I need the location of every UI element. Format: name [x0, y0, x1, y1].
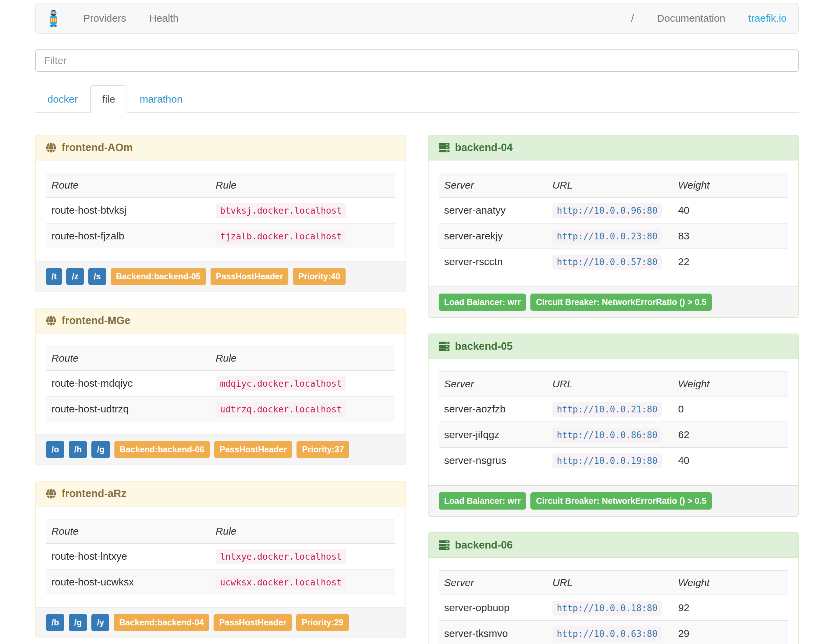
- server-url-cell: http://10.0.0.21:80: [547, 396, 673, 422]
- frontend-title: frontend-AOm: [61, 142, 133, 154]
- table-header-row: ServerURLWeight: [439, 372, 788, 396]
- tab-docker[interactable]: docker: [35, 85, 90, 113]
- server-icon: [439, 540, 449, 550]
- card-footer: Load Balancer: wrrCircuit Breaker: Netwo…: [428, 485, 798, 516]
- server-weight: 62: [672, 422, 788, 448]
- route-rule: lntxye.docker.localhost: [216, 549, 346, 564]
- card-footer: /b/g/yBackend:backend-04PassHostHeaderPr…: [36, 607, 406, 638]
- route-rule-cell: btvksj.docker.localhost: [210, 197, 395, 223]
- route-rule: ucwksx.docker.localhost: [216, 575, 346, 590]
- route-rule-cell: lntxye.docker.localhost: [210, 544, 395, 569]
- servers-table: ServerURLWeightserver-aozfzbhttp://10.0.…: [439, 371, 788, 473]
- route-rule: fjzalb.docker.localhost: [216, 229, 346, 244]
- server-name: server-nsgrus: [439, 448, 547, 473]
- priority-badge: Priority:37: [296, 441, 349, 458]
- server-url-cell: http://10.0.0.86:80: [547, 422, 673, 448]
- tab-marathon[interactable]: marathon: [127, 85, 195, 113]
- card-body: RouteRuleroute-host-lntxyelntxye.docker.…: [36, 506, 406, 607]
- route-name: route-host-udtrzq: [46, 396, 210, 422]
- server-weight: 40: [672, 197, 788, 223]
- path-badge: /g: [69, 614, 87, 631]
- frontends-column: frontend-AOmRouteRuleroute-host-btvksjbt…: [35, 135, 406, 638]
- frontend-card-header: frontend-AOm: [36, 136, 406, 160]
- server-weight: 22: [672, 249, 788, 274]
- column-header: Server: [439, 173, 547, 197]
- routes-table: RouteRuleroute-host-btvksjbtvksj.docker.…: [46, 173, 395, 249]
- servers-table: ServerURLWeightserver-anatyyhttp://10.0.…: [439, 173, 788, 274]
- traefik-logo[interactable]: [47, 10, 60, 27]
- server-url-cell: http://10.0.0.63:80: [547, 621, 673, 644]
- documentation-link[interactable]: Documentation: [657, 13, 725, 24]
- filter-input[interactable]: [35, 49, 799, 72]
- table-header-row: ServerURLWeight: [439, 571, 788, 595]
- column-header: URL: [547, 372, 673, 396]
- column-header: Weight: [672, 372, 788, 396]
- frontend-card-header: frontend-aRz: [36, 482, 406, 506]
- route-name: route-host-ucwksx: [46, 569, 210, 595]
- table-header-row: RouteRule: [46, 519, 395, 544]
- column-header: Server: [439, 372, 547, 396]
- backend-card-header: backend-05: [428, 334, 798, 359]
- card-footer: Load Balancer: wrrCircuit Breaker: Netwo…: [428, 286, 798, 317]
- backend-card: backend-04ServerURLWeightserver-anatyyht…: [428, 135, 799, 318]
- route-rule-cell: udtrzq.docker.localhost: [210, 396, 395, 422]
- column-header: Rule: [210, 173, 395, 197]
- table-header-row: ServerURLWeight: [439, 173, 788, 197]
- server-row: server-nsgrushttp://10.0.0.19:8040: [439, 448, 788, 473]
- server-weight: 29: [672, 621, 788, 644]
- server-url-cell: http://10.0.0.96:80: [547, 197, 673, 223]
- pass-host-header-badge: PassHostHeader: [210, 268, 289, 285]
- column-header: Weight: [672, 571, 788, 595]
- server-url-cell: http://10.0.0.19:80: [547, 448, 673, 473]
- backend-ref-badge: Backend:backend-06: [115, 441, 210, 458]
- traefik-mascot-icon: [47, 10, 60, 27]
- column-header: Route: [46, 346, 210, 371]
- backend-ref-badge: Backend:backend-04: [114, 614, 209, 631]
- backends-column: backend-04ServerURLWeightserver-anatyyht…: [428, 135, 799, 644]
- server-url: http://10.0.0.18:80: [553, 601, 662, 616]
- route-name: route-host-fjzalb: [46, 223, 210, 249]
- frontend-title: frontend-aRz: [61, 487, 126, 500]
- load-balancer-badge: Load Balancer: wrr: [439, 492, 526, 510]
- frontend-card-header: frontend-MGe: [36, 309, 406, 333]
- globe-icon: [46, 316, 56, 326]
- route-rule: btvksj.docker.localhost: [216, 203, 346, 218]
- path-badge: /z: [66, 268, 84, 285]
- navbar: ProvidersHealth / Documentation traefik.…: [35, 3, 799, 34]
- globe-icon: [46, 489, 56, 499]
- pass-host-header-badge: PassHostHeader: [213, 614, 292, 631]
- card-footer: /t/z/sBackend:backend-05PassHostHeaderPr…: [36, 261, 406, 291]
- path-badge: /t: [46, 268, 62, 285]
- server-weight: 40: [672, 448, 788, 473]
- traefik-site-link[interactable]: traefik.io: [748, 13, 787, 24]
- backend-title: backend-06: [455, 539, 513, 551]
- frontend-title: frontend-MGe: [61, 314, 130, 327]
- column-header: Route: [46, 519, 210, 544]
- table-header-row: RouteRule: [46, 173, 395, 197]
- path-badge: /o: [46, 441, 64, 458]
- server-url-cell: http://10.0.0.18:80: [547, 595, 673, 621]
- backend-card-header: backend-06: [428, 533, 798, 558]
- server-url: http://10.0.0.23:80: [553, 229, 662, 244]
- column-header: URL: [547, 571, 673, 595]
- frontend-card: frontend-MGeRouteRuleroute-host-mdqiycmd…: [35, 308, 406, 465]
- server-name: server-tksmvo: [439, 621, 547, 644]
- server-url-cell: http://10.0.0.23:80: [547, 223, 673, 249]
- pass-host-header-badge: PassHostHeader: [214, 441, 293, 458]
- globe-icon: [46, 142, 56, 153]
- backend-title: backend-04: [455, 142, 513, 154]
- nav-link-health[interactable]: Health: [149, 13, 179, 24]
- nav-link-providers[interactable]: Providers: [83, 13, 126, 24]
- server-url-cell: http://10.0.0.57:80: [547, 249, 673, 274]
- server-icon: [439, 341, 449, 352]
- tab-file[interactable]: file: [90, 85, 127, 113]
- route-row: route-host-ucwksxucwksx.docker.localhost: [46, 569, 395, 595]
- server-weight: 0: [672, 396, 788, 422]
- route-rule-cell: fjzalb.docker.localhost: [210, 223, 395, 249]
- backend-title: backend-05: [455, 340, 513, 353]
- server-weight: 83: [672, 223, 788, 249]
- column-header: Server: [439, 571, 547, 595]
- route-name: route-host-lntxye: [46, 544, 210, 569]
- card-body: RouteRuleroute-host-btvksjbtvksj.docker.…: [36, 160, 406, 261]
- routes-table: RouteRuleroute-host-lntxyelntxye.docker.…: [46, 519, 395, 595]
